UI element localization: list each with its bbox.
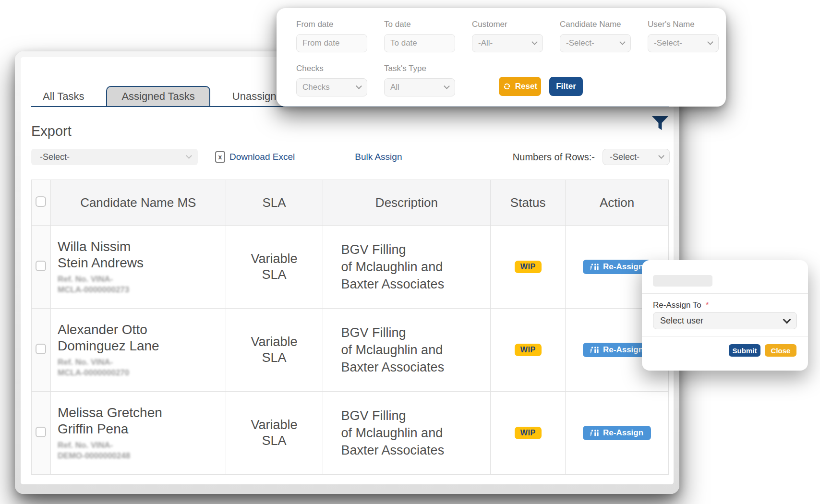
customer-select[interactable]: -All- [472,34,543,52]
from-date-input[interactable] [296,34,367,52]
header-description: Description [323,180,491,226]
candidate-ref-number: Ref. No. VINA- MCLA-0000000270 [58,357,226,378]
header-candidate-name: Candidate Name MS [50,180,226,226]
filter-fields-row-2: Checks Checks Task's Type All [296,64,455,96]
row-checkbox[interactable] [36,261,46,271]
chevron-down-icon [707,39,713,45]
row-checkbox-cell [32,392,51,475]
download-excel-label: Download Excel [229,152,295,162]
tasks-table: Candidate Name MS SLA Description Status… [31,180,669,475]
export-select-value: -Select- [40,152,70,162]
chevron-down-icon [658,153,664,159]
from-date-label: From date [296,20,367,29]
candidate-name-select[interactable]: -Select- [560,34,631,52]
table-row: Alexander Otto Dominguez Lane Ref. No. V… [32,309,669,392]
users-icon [591,264,599,270]
tasks-type-select[interactable]: All [384,78,455,96]
row-checkbox-cell [32,226,51,309]
export-select[interactable]: -Select- [31,149,198,165]
required-asterisk: * [706,300,709,310]
to-date-input[interactable] [384,34,455,52]
chevron-down-icon [531,39,538,45]
tasks-type-label: Task's Type [384,64,455,73]
candidate-name: Alexander Otto Dominguez Lane [58,322,226,354]
header-checkbox-cell [32,180,51,226]
tasks-window-content: All Tasks Assigned Tasks Unassigned Task… [21,57,674,484]
chevron-down-icon [186,153,192,159]
header-status: Status [491,180,566,226]
reassign-modal: Re-Assign To * Select user Submit Close [642,260,808,371]
row-checkbox-cell [32,309,51,392]
description-cell: BGV Filling of Mclaughlin and Baxter Ass… [323,226,491,309]
description-cell: BGV Filling of Mclaughlin and Baxter Ass… [323,309,491,392]
divider [642,293,808,294]
tab-assigned-tasks[interactable]: Assigned Tasks [106,86,210,106]
excel-file-icon: x [215,151,225,163]
select-user-dropdown[interactable]: Select user [653,312,797,329]
row-checkbox[interactable] [36,427,46,437]
filter-button[interactable]: Filter [549,77,583,96]
to-date-label: To date [384,20,455,29]
export-title: Export [31,123,72,139]
reassign-button[interactable]: Re-Assign [583,426,651,440]
checks-label: Checks [296,64,367,73]
candidate-name-cell: Willa Nissim Stein Andrews Ref. No. VINA… [50,226,226,309]
filter-panel: From date To date Customer -All- Candida… [277,8,726,107]
users-icon [591,430,599,436]
chevron-down-icon [619,39,626,45]
tasks-window: All Tasks Assigned Tasks Unassigned Task… [15,51,679,494]
candidate-ref-number: Ref. No. VINA- DEMO-0000000248 [58,440,226,461]
chevron-down-icon [356,83,362,89]
users-name-label: User's Name [648,20,719,29]
table-header-row: Candidate Name MS SLA Description Status… [32,180,669,226]
description-cell: BGV Filling of Mclaughlin and Baxter Ass… [323,392,491,475]
chevron-down-icon [444,83,450,89]
candidate-name-cell: Alexander Otto Dominguez Lane Ref. No. V… [50,309,226,392]
toolbar: -Select- x Download Excel Bulk Assign Nu… [31,148,670,166]
table-row: Melissa Gretchen Griffin Pena Ref. No. V… [32,392,669,475]
reassign-to-label: Re-Assign To [653,300,701,310]
checks-select[interactable]: Checks [296,78,367,96]
reassign-button[interactable]: Re-Assign [583,343,651,357]
tab-all-tasks[interactable]: All Tasks [31,87,96,106]
status-cell: WIP [491,392,566,475]
chevron-down-icon [783,315,791,324]
divider [642,336,808,336]
candidate-name: Willa Nissim Stein Andrews [58,239,226,271]
bulk-assign-label: Bulk Assign [355,152,402,162]
submit-button[interactable]: Submit [729,344,760,357]
sla-cell: Variable SLA [226,392,323,475]
rows-per-page-value: -Select- [610,152,639,162]
status-cell: WIP [491,226,566,309]
users-icon [591,347,599,353]
users-name-select[interactable]: -Select- [648,34,719,52]
customer-label: Customer [472,20,543,29]
header-action: Action [566,180,669,226]
refresh-icon [503,82,511,91]
modal-title-placeholder [653,275,712,287]
status-badge: WIP [515,427,542,439]
candidate-ref-number: Ref. No. VINA- MCLA-0000000273 [58,274,226,295]
filter-fields-row-1: From date To date Customer -All- Candida… [296,20,719,52]
rows-per-page-label: Numbers of Rows:- [513,152,595,163]
status-cell: WIP [491,309,566,392]
candidate-name: Melissa Gretchen Griffin Pena [58,405,226,437]
action-cell: Re-Assign [566,392,669,475]
close-button[interactable]: Close [765,344,796,357]
candidate-name-cell: Melissa Gretchen Griffin Pena Ref. No. V… [50,392,226,475]
header-sla: SLA [226,180,323,226]
reset-button[interactable]: Reset [499,77,541,96]
select-all-checkbox[interactable] [36,196,46,207]
sla-cell: Variable SLA [226,309,323,392]
row-checkbox[interactable] [36,344,46,354]
bulk-assign-link[interactable]: Bulk Assign [355,152,402,162]
status-badge: WIP [515,344,542,356]
status-badge: WIP [515,261,542,273]
filter-funnel-icon[interactable] [651,116,669,133]
reassign-button[interactable]: Re-Assign [583,260,651,274]
sla-cell: Variable SLA [226,226,323,309]
reassign-to-label-row: Re-Assign To * [653,300,709,310]
table-row: Willa Nissim Stein Andrews Ref. No. VINA… [32,226,669,309]
download-excel-link[interactable]: x Download Excel [215,151,295,163]
rows-per-page-select[interactable]: -Select- [603,149,670,165]
